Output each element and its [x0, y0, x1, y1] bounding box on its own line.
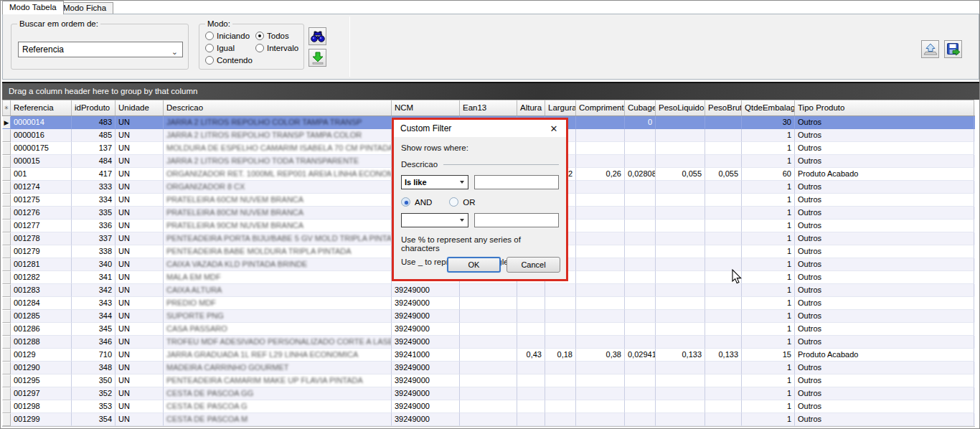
cell-cub[interactable]	[625, 374, 656, 387]
row-indicator[interactable]	[2, 336, 11, 349]
cell-ref[interactable]: 001	[11, 168, 72, 181]
row-indicator[interactable]	[2, 155, 11, 168]
cell-un[interactable]: UN	[116, 129, 164, 142]
cell-cub[interactable]: 0	[625, 116, 656, 129]
header-indicator-cell[interactable]: ✳	[2, 100, 11, 116]
cell-id[interactable]: 344	[72, 310, 116, 323]
cell-un[interactable]: UN	[116, 413, 164, 426]
cell-id[interactable]: 137	[72, 142, 116, 155]
cell-desc[interactable]: PENTEADEIRA CAMARIM MAKE UP FLAVIA PINTA…	[164, 374, 392, 387]
cell-pliq[interactable]	[656, 220, 705, 232]
cell-ref[interactable]: 001283	[11, 284, 72, 297]
cell-cub[interactable]	[625, 271, 656, 284]
cell-ean[interactable]	[460, 387, 517, 400]
row-indicator[interactable]	[2, 362, 11, 374]
cell-larg[interactable]	[545, 413, 576, 426]
cell-desc[interactable]: PREDIO MDF	[164, 297, 392, 310]
cell-alt[interactable]: 0,43	[517, 349, 545, 362]
cell-comp[interactable]: 0,26	[576, 168, 625, 181]
cell-pliq[interactable]	[656, 362, 705, 374]
row-indicator[interactable]	[2, 207, 11, 220]
cell-qtde[interactable]: 1	[742, 232, 795, 245]
cell-pbru[interactable]	[705, 284, 742, 297]
cell-pliq[interactable]	[656, 310, 705, 323]
cell-pliq[interactable]	[656, 284, 705, 297]
table-row[interactable]: 001286345UNCASA PASSARO392490001Outros	[2, 323, 975, 336]
cell-ncm[interactable]: 39249000	[392, 387, 460, 400]
cell-desc[interactable]: JARRA 2 LITROS REPOLHO TODA TRANSPARENTE	[164, 155, 392, 168]
cell-desc[interactable]: JARRA 2 LITROS REPOLHO TRANSP TAMPA COLO…	[164, 129, 392, 142]
cell-qtde[interactable]: 1	[742, 258, 795, 271]
cell-ncm[interactable]: 39249000	[392, 400, 460, 413]
row-indicator[interactable]	[2, 323, 11, 336]
cell-id[interactable]: 336	[72, 220, 116, 232]
cell-comp[interactable]	[576, 129, 625, 142]
cell-desc[interactable]: JARRA 2 LITROS REPOLHO COLOR TAMPA TRANS…	[164, 116, 392, 129]
cell-ncm[interactable]: 39249000	[392, 374, 460, 387]
radio-iniciando[interactable]: Iniciando	[205, 32, 250, 40]
row-indicator[interactable]	[2, 220, 11, 232]
cell-larg[interactable]	[545, 362, 576, 374]
cell-cub[interactable]	[625, 297, 656, 310]
cell-ref[interactable]: 001284	[11, 297, 72, 310]
cell-ncm[interactable]: 39249000	[392, 336, 460, 349]
cell-pbru[interactable]	[705, 400, 742, 413]
cell-id[interactable]: 342	[72, 284, 116, 297]
cell-pliq[interactable]	[656, 232, 705, 245]
cell-tipo[interactable]: Outros	[795, 258, 974, 271]
cell-qtde[interactable]: 1	[742, 284, 795, 297]
cell-pliq[interactable]	[656, 336, 705, 349]
cell-ncm[interactable]: 39249000	[392, 362, 460, 374]
cell-alt[interactable]	[517, 413, 545, 426]
tab-modo-tabela[interactable]: Modo Tabela	[2, 1, 64, 14]
cell-ean[interactable]	[460, 362, 517, 374]
cell-tipo[interactable]: Outros	[795, 284, 974, 297]
row-indicator[interactable]	[2, 232, 11, 245]
cell-cub[interactable]	[625, 413, 656, 426]
row-indicator[interactable]	[2, 258, 11, 271]
cell-tipo[interactable]: Produto Acabado	[795, 168, 974, 181]
table-row[interactable]: 001283342UNCAIXA ALTURA392490001Outros	[2, 284, 975, 297]
column-header-tipo-produto[interactable]: Tipo Produto	[795, 100, 974, 116]
table-row[interactable]: 001299354UNCESTA DE PASCOA M392490001Out…	[2, 413, 975, 426]
cell-id[interactable]: 333	[72, 181, 116, 194]
cell-larg[interactable]	[545, 374, 576, 387]
cell-ref[interactable]: 00000175	[11, 142, 72, 155]
search-order-select[interactable]: Referencia ⌄	[18, 42, 183, 57]
table-row[interactable]: 001297352UNCESTA DE PASCOA GG392490001Ou…	[2, 387, 975, 400]
cell-qtde[interactable]: 30	[742, 116, 795, 129]
cell-comp[interactable]: 0,38	[576, 349, 625, 362]
cell-un[interactable]: UN	[116, 207, 164, 220]
cell-pbru[interactable]	[705, 323, 742, 336]
cell-pbru[interactable]	[705, 310, 742, 323]
cell-cub[interactable]	[625, 181, 656, 194]
cell-comp[interactable]	[576, 181, 625, 194]
cell-pliq[interactable]	[656, 297, 705, 310]
cell-pbru[interactable]	[705, 207, 742, 220]
row-indicator[interactable]	[2, 284, 11, 297]
cell-ncm[interactable]: 39249000	[392, 284, 460, 297]
cell-cub[interactable]	[625, 220, 656, 232]
radio-igual[interactable]: Igual	[205, 44, 235, 52]
cell-comp[interactable]	[576, 207, 625, 220]
cell-qtde[interactable]: 1	[742, 323, 795, 336]
cell-qtde[interactable]: 1	[742, 362, 795, 374]
cell-ref[interactable]: 001290	[11, 362, 72, 374]
cell-qtde[interactable]: 1	[742, 155, 795, 168]
cell-ncm[interactable]: 39249000	[392, 297, 460, 310]
cell-ref[interactable]: 001295	[11, 374, 72, 387]
column-header-cubagem[interactable]: Cubagem	[625, 100, 656, 116]
cell-cub[interactable]	[625, 129, 656, 142]
cell-id[interactable]: 483	[72, 116, 116, 129]
cell-qtde[interactable]: 1	[742, 142, 795, 155]
row-indicator[interactable]	[2, 142, 11, 155]
cell-id[interactable]: 346	[72, 336, 116, 349]
cell-id[interactable]: 350	[72, 374, 116, 387]
cell-desc[interactable]: CESTA DE PASCOA G	[164, 400, 392, 413]
row-indicator[interactable]	[2, 374, 11, 387]
cell-larg[interactable]	[545, 310, 576, 323]
cancel-button[interactable]: Cancel	[507, 257, 560, 273]
cell-pliq[interactable]	[656, 181, 705, 194]
cell-comp[interactable]	[576, 220, 625, 232]
row-indicator[interactable]	[2, 310, 11, 323]
